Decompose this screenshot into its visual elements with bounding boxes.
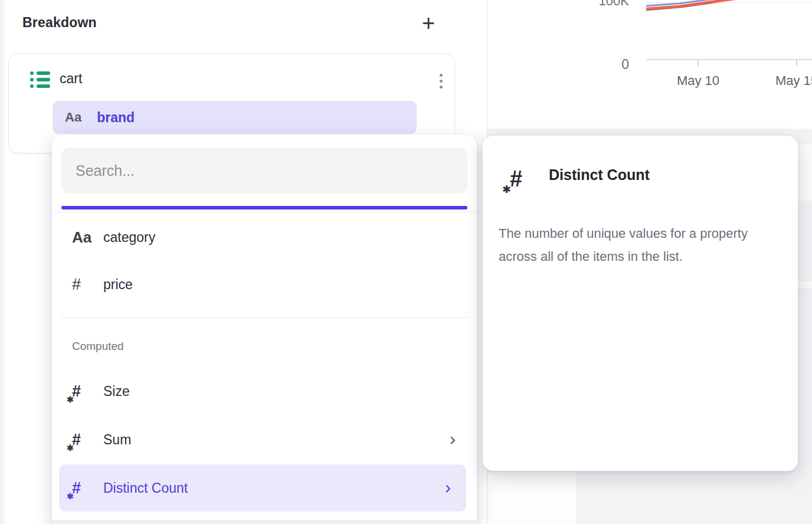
divider: [61, 317, 467, 318]
add-breakdown-button[interactable]: +: [415, 9, 441, 37]
distinct-count-tooltip: #✱ Distinct Count The number of unique v…: [483, 136, 798, 471]
x-axis-label-may15: May 15: [764, 73, 812, 89]
chevron-right-icon: ›: [445, 479, 451, 496]
number-type-icon: #: [72, 276, 103, 294]
active-tab-underline: [61, 206, 467, 209]
text-type-icon: Aa: [72, 228, 103, 247]
dropdown-item-distinct-count[interactable]: #✱ Distinct Count ›: [59, 464, 466, 512]
chevron-right-icon: ›: [450, 430, 456, 448]
x-axis-tick: [796, 60, 797, 66]
computed-number-icon: #✱: [72, 431, 103, 449]
breakdown-section-title: Breakdown: [22, 15, 97, 31]
computed-section-label: Computed: [72, 340, 124, 353]
breakdown-group-cart[interactable]: cart: [9, 63, 454, 96]
text-type-icon: Aa: [65, 110, 81, 125]
divider: [52, 212, 477, 212]
x-axis-tick: [698, 60, 699, 66]
divider: [52, 520, 477, 524]
group-name-label: cart: [60, 71, 82, 87]
page: 100K 0 May 10 May 15 Breakdown +: [0, 0, 812, 524]
computed-number-icon: #✱: [510, 166, 523, 192]
dropdown-item-size[interactable]: #✱ Size: [52, 368, 477, 415]
selected-property-brand[interactable]: Aa brand: [53, 101, 417, 134]
chart-line-series: [646, 0, 812, 60]
y-axis-tick-0: 0: [590, 57, 629, 73]
tooltip-title: Distinct Count: [549, 166, 650, 184]
search-input[interactable]: [61, 148, 467, 194]
tooltip-description: The number of unique values for a proper…: [499, 222, 794, 268]
computed-number-icon: #✱: [72, 382, 103, 401]
x-axis-line: [646, 59, 812, 60]
property-picker-dropdown: Aa category # price Computed #✱ Size #✱ …: [52, 135, 477, 524]
computed-number-icon: #✱: [72, 479, 103, 497]
x-axis-label-may10: May 10: [666, 73, 731, 89]
selected-property-label: brand: [97, 110, 135, 126]
y-axis-tick-100k: 100K: [590, 0, 629, 9]
background-column: [487, 472, 576, 524]
dropdown-item-sum[interactable]: #✱ Sum ›: [52, 416, 477, 463]
search-box: [61, 148, 467, 194]
list-property-icon: [30, 71, 50, 90]
line-chart: 100K 0 May 10 May 15: [487, 0, 812, 129]
plus-icon: +: [422, 12, 435, 34]
dropdown-item-category[interactable]: Aa category: [52, 214, 477, 261]
dropdown-item-price[interactable]: # price: [52, 261, 477, 308]
kebab-menu-icon[interactable]: [429, 67, 453, 95]
left-edge-shadow: [0, 0, 7, 524]
